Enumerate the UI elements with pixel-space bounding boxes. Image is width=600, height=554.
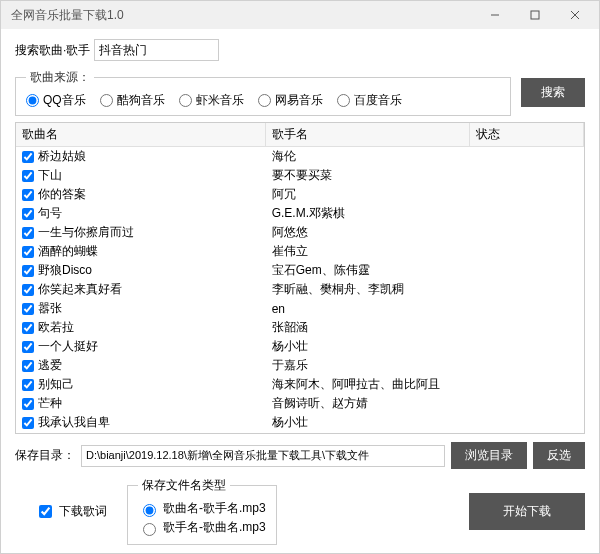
- invert-button[interactable]: 反选: [533, 442, 585, 469]
- row-checkbox[interactable]: [22, 151, 34, 163]
- row-checkbox[interactable]: [22, 379, 34, 391]
- artist-name: 阿悠悠: [266, 223, 470, 242]
- source-option-4[interactable]: 百度音乐: [337, 92, 402, 109]
- browse-button[interactable]: 浏览目录: [451, 442, 527, 469]
- row-checkbox[interactable]: [22, 417, 34, 429]
- row-checkbox[interactable]: [22, 322, 34, 334]
- song-table-wrap[interactable]: 歌曲名 歌手名 状态 桥边姑娘海伦下山要不要买菜你的答案阿冗句号G.E.M.邓紫…: [15, 122, 585, 434]
- save-path-input[interactable]: [81, 445, 445, 467]
- col-status-header[interactable]: 状态: [470, 123, 584, 147]
- source-radio[interactable]: [26, 94, 39, 107]
- status-cell: [470, 204, 584, 223]
- fname-radio[interactable]: [143, 504, 156, 517]
- status-cell: [470, 280, 584, 299]
- table-row[interactable]: 你笑起来真好看李昕融、樊桐舟、李凯稠: [16, 280, 584, 299]
- source-option-0[interactable]: QQ音乐: [26, 92, 86, 109]
- song-name: 欧若拉: [38, 319, 74, 336]
- row-checkbox[interactable]: [22, 360, 34, 372]
- artist-name: 于嘉乐: [266, 356, 470, 375]
- song-name: 一个人挺好: [38, 338, 98, 355]
- row-checkbox[interactable]: [22, 303, 34, 315]
- table-row[interactable]: 一生与你擦肩而过阿悠悠: [16, 223, 584, 242]
- table-row[interactable]: 桥边姑娘海伦: [16, 147, 584, 167]
- song-name: 嚣张: [38, 300, 62, 317]
- save-row: 保存目录： 浏览目录 反选: [15, 442, 585, 469]
- source-radio[interactable]: [100, 94, 113, 107]
- col-song-header[interactable]: 歌曲名: [16, 123, 266, 147]
- song-name: 红色高跟鞋: [38, 433, 98, 434]
- artist-name: 张韶涵: [266, 318, 470, 337]
- table-row[interactable]: 句号G.E.M.邓紫棋: [16, 204, 584, 223]
- artist-name: 李昕融、樊桐舟、李凯稠: [266, 280, 470, 299]
- row-checkbox[interactable]: [22, 341, 34, 353]
- fname-option: 歌曲名-歌手名.mp3: [163, 500, 266, 517]
- lyrics-checkbox[interactable]: [39, 505, 52, 518]
- table-row[interactable]: 红色高跟鞋蔡健雅: [16, 432, 584, 434]
- table-row[interactable]: 酒醉的蝴蝶崔伟立: [16, 242, 584, 261]
- status-cell: [470, 337, 584, 356]
- search-row: 搜索歌曲·歌手: [15, 39, 585, 61]
- status-cell: [470, 261, 584, 280]
- row-checkbox[interactable]: [22, 284, 34, 296]
- row-checkbox[interactable]: [22, 170, 34, 182]
- source-fieldset: 歌曲来源： QQ音乐酷狗音乐虾米音乐网易音乐百度音乐: [15, 69, 511, 116]
- table-row[interactable]: 你的答案阿冗: [16, 185, 584, 204]
- artist-name: 蔡健雅: [266, 432, 470, 434]
- row-checkbox[interactable]: [22, 398, 34, 410]
- col-artist-header[interactable]: 歌手名: [266, 123, 470, 147]
- table-row[interactable]: 欧若拉张韶涵: [16, 318, 584, 337]
- source-radio[interactable]: [258, 94, 271, 107]
- source-option-1[interactable]: 酷狗音乐: [100, 92, 165, 109]
- save-label: 保存目录：: [15, 447, 75, 464]
- search-input[interactable]: [94, 39, 219, 61]
- table-row[interactable]: 我承认我自卑杨小壮: [16, 413, 584, 432]
- fname-radio[interactable]: [143, 523, 156, 536]
- artist-name: 崔伟立: [266, 242, 470, 261]
- start-download-button[interactable]: 开始下载: [469, 493, 585, 530]
- row-checkbox[interactable]: [22, 227, 34, 239]
- status-cell: [470, 185, 584, 204]
- status-cell: [470, 299, 584, 318]
- status-cell: [470, 166, 584, 185]
- song-name: 酒醉的蝴蝶: [38, 243, 98, 260]
- options-row: 下载歌词 保存文件名类型 歌曲名-歌手名.mp3歌手名-歌曲名.mp3 开始下载: [15, 477, 585, 545]
- filename-fieldset: 保存文件名类型 歌曲名-歌手名.mp3歌手名-歌曲名.mp3: [127, 477, 277, 545]
- search-label: 搜索歌曲·歌手: [15, 42, 90, 59]
- table-row[interactable]: 一个人挺好杨小壮: [16, 337, 584, 356]
- app-window: 全网音乐批量下载1.0 搜索歌曲·歌手 歌曲来源： QQ音乐酷狗音乐虾米音乐网易…: [0, 0, 600, 554]
- row-checkbox[interactable]: [22, 189, 34, 201]
- row-checkbox[interactable]: [22, 265, 34, 277]
- song-name: 芒种: [38, 395, 62, 412]
- table-row[interactable]: 逃爱于嘉乐: [16, 356, 584, 375]
- song-name: 你的答案: [38, 186, 86, 203]
- filename-legend: 保存文件名类型: [138, 477, 230, 494]
- table-row[interactable]: 别知己海来阿木、阿呷拉古、曲比阿且: [16, 375, 584, 394]
- table-row[interactable]: 野狼Disco宝石Gem、陈伟霆: [16, 261, 584, 280]
- artist-name: 杨小壮: [266, 413, 470, 432]
- artist-name: en: [266, 299, 470, 318]
- table-row[interactable]: 嚣张en: [16, 299, 584, 318]
- table-row[interactable]: 芒种音阙诗听、赵方婧: [16, 394, 584, 413]
- row-checkbox[interactable]: [22, 246, 34, 258]
- source-radio[interactable]: [179, 94, 192, 107]
- table-row[interactable]: 下山要不要买菜: [16, 166, 584, 185]
- maximize-button[interactable]: [515, 1, 555, 29]
- status-cell: [470, 147, 584, 167]
- artist-name: 海伦: [266, 147, 470, 167]
- lyrics-label: 下载歌词: [59, 503, 107, 520]
- song-name: 桥边姑娘: [38, 148, 86, 165]
- source-option-3[interactable]: 网易音乐: [258, 92, 323, 109]
- artist-name: 杨小壮: [266, 337, 470, 356]
- lyrics-checkbox-wrap[interactable]: 下载歌词: [35, 502, 107, 521]
- content-area: 搜索歌曲·歌手 歌曲来源： QQ音乐酷狗音乐虾米音乐网易音乐百度音乐 搜索 歌曲…: [1, 29, 599, 553]
- status-cell: [470, 356, 584, 375]
- search-button[interactable]: 搜索: [521, 78, 585, 107]
- source-radio[interactable]: [337, 94, 350, 107]
- close-button[interactable]: [555, 1, 595, 29]
- fname-option: 歌手名-歌曲名.mp3: [163, 519, 266, 536]
- row-checkbox[interactable]: [22, 208, 34, 220]
- minimize-button[interactable]: [475, 1, 515, 29]
- song-table: 歌曲名 歌手名 状态 桥边姑娘海伦下山要不要买菜你的答案阿冗句号G.E.M.邓紫…: [16, 123, 584, 434]
- status-cell: [470, 375, 584, 394]
- source-option-2[interactable]: 虾米音乐: [179, 92, 244, 109]
